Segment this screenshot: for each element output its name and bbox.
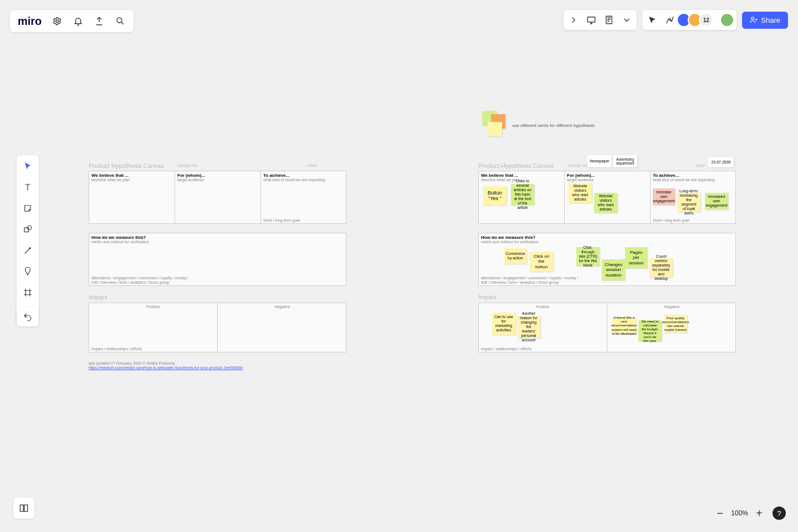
sticky[interactable]: Count metrics separately for mobile and … <box>649 258 673 277</box>
col-s: metric and method for verification <box>91 240 345 244</box>
impact-label: Impact <box>478 294 497 300</box>
col-negative: Negative <box>218 303 347 352</box>
canvas-title-right: Product Hypothesis Canvas <box>478 162 554 169</box>
pos-h: Positive <box>91 305 215 309</box>
col-measure: How do we measure this? metric and metho… <box>89 233 347 285</box>
col-achieve: To achieve... what kind of result we are… <box>261 171 347 223</box>
col-h: For (whom)... <box>177 173 258 178</box>
col-believe: We believe that ... describe what we pla… <box>89 171 175 223</box>
sticky[interactable]: Increase user engagement <box>653 188 675 205</box>
col-h: How do we measure this? <box>481 235 734 240</box>
col-positive: Positive impact / relationships / effort… <box>89 303 218 352</box>
col-s: describe what we plan <box>91 178 172 182</box>
poslbl: impact / relationships / efforts <box>91 347 142 351</box>
line2: A/B / interview / form / analytics / foc… <box>91 280 169 284</box>
design-for-label: Design for <box>177 163 197 168</box>
col-h: We believe that ... <box>481 173 562 178</box>
sticky[interactable]: A brand-like a new recommendation system… <box>612 317 636 334</box>
line2: A/B / interview / form / analytics / foc… <box>481 280 559 284</box>
col-s: metric and method for verification <box>481 240 734 244</box>
impact-label: Impact <box>89 294 107 300</box>
sticky[interactable]: Conversion by action <box>504 248 526 264</box>
sticky[interactable]: Another reason for changing the readers'… <box>517 316 540 338</box>
sticky[interactable]: Click-through rate (CTR) for the this bl… <box>576 247 600 266</box>
col-s: target audience <box>177 178 258 182</box>
col-h: To achieve... <box>653 173 734 178</box>
sticky[interactable]: Button "Yes " <box>483 186 507 205</box>
left-row2[interactable]: How do we measure this? metric and metho… <box>89 233 346 286</box>
sticky[interactable]: Click on the button <box>530 252 553 272</box>
legend-note[interactable] <box>488 122 503 137</box>
pos-h: Positive <box>481 305 605 309</box>
left-row1[interactable]: We believe that ... describe what we pla… <box>89 171 346 224</box>
sticky[interactable]: We need to calculate the budget. Maybe i… <box>638 320 662 341</box>
poslbl: impact / relationships / efforts <box>481 347 531 351</box>
line1: attendance / engagement / conversion / l… <box>91 276 189 280</box>
foot: short / long term goal <box>263 218 300 222</box>
col-s: what kind of result we are expecting <box>263 178 345 182</box>
col-h: How do we measure this? <box>91 235 345 240</box>
date-label: Date <box>308 163 317 168</box>
left-row3[interactable]: Positive impact / relationships / effort… <box>89 303 346 352</box>
sticky[interactable]: Changes session duration <box>602 259 625 280</box>
sticky[interactable]: Poor quality recommendations can reduce … <box>664 315 687 332</box>
design-for-label: Design for <box>568 163 588 168</box>
sticky[interactable]: Links to several articles on this topic … <box>511 184 534 205</box>
last-updated: last updated 27 February 2020 © Dmitry P… <box>89 361 175 365</box>
foot: short / long term goal <box>653 218 689 222</box>
col-h: To achieve... <box>263 173 345 178</box>
col-h: For (whom)... <box>567 173 648 178</box>
sticky[interactable]: Pages per session <box>625 247 647 268</box>
col-s: what kind of result we are expecting <box>653 178 734 182</box>
neg-h: Negative <box>220 305 345 309</box>
source-link[interactable]: https://medium.com/design-spot/how-to-ar… <box>89 366 243 370</box>
sticky[interactable]: Website visitors who read articles <box>569 183 592 203</box>
col-h: We believe that ... <box>91 173 172 178</box>
date-label: Date <box>695 163 705 168</box>
sticky[interactable]: Website visitors who read articles <box>594 193 617 213</box>
line1: attendance / engagement / conversion / l… <box>481 276 579 280</box>
sticky[interactable]: Increased user engagement <box>705 193 728 209</box>
design-for-note1[interactable]: Newspaper <box>587 155 612 167</box>
board-canvas[interactable]: use different cards for different hypoth… <box>0 0 798 532</box>
design-for-note2[interactable]: Advertising department <box>613 155 637 167</box>
neg-h: Negative <box>610 305 734 309</box>
legend-hint: use different cards for different hypoth… <box>512 123 595 128</box>
col-s: target audience <box>567 178 648 182</box>
date-note[interactable]: 23.07.2020 <box>708 157 734 167</box>
col-for: For (whom)... target audience <box>175 171 261 223</box>
canvas-title-left: Product Hypothesis Canvas <box>89 162 164 169</box>
sticky[interactable]: Can to use for marketing activities <box>492 313 515 335</box>
sticky[interactable]: Long-term: increasing the segment of loy… <box>677 193 700 212</box>
